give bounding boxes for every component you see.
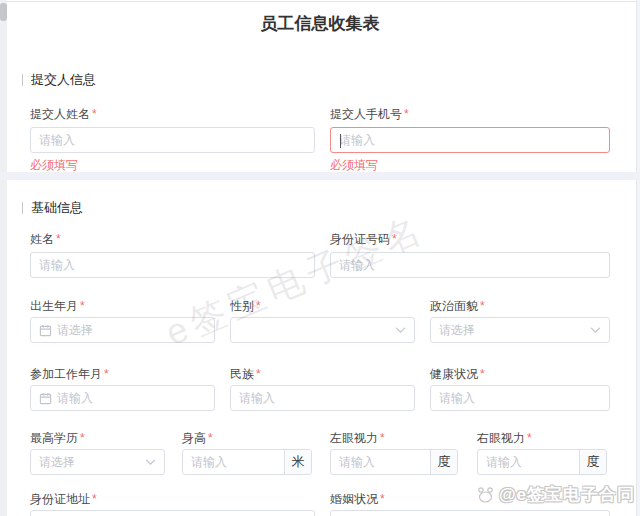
chevron-down-icon xyxy=(145,459,156,466)
work-start-input[interactable] xyxy=(52,386,214,410)
health-status-field[interactable] xyxy=(430,385,610,411)
political-status-select[interactable]: 请选择 xyxy=(430,317,610,343)
field-label-height: 身高* xyxy=(182,430,213,447)
left-vision-field[interactable]: 度 xyxy=(330,449,458,475)
submitter-name-field[interactable] xyxy=(30,127,315,153)
field-label-submitter-phone: 提交人手机号* xyxy=(330,106,409,123)
required-mark: * xyxy=(380,431,385,445)
submitter-phone-input[interactable] xyxy=(331,128,609,152)
right-page-edge xyxy=(636,0,640,516)
field-label-birth-month: 出生年月* xyxy=(30,298,85,315)
required-mark: * xyxy=(480,299,485,313)
birth-month-datepicker[interactable] xyxy=(30,317,215,343)
field-label-id-number: 身份证号码* xyxy=(330,231,397,248)
field-label-education: 最高学历* xyxy=(30,430,85,447)
section-title-basic: 基础信息 xyxy=(22,199,83,217)
chevron-down-icon xyxy=(590,327,601,334)
birth-month-input[interactable] xyxy=(52,318,214,342)
id-address-input[interactable] xyxy=(31,511,314,516)
submitter-phone-field[interactable] xyxy=(330,127,610,153)
field-label-ethnic-group: 民族* xyxy=(230,366,261,383)
required-mark: * xyxy=(80,299,85,313)
required-mark: * xyxy=(56,232,61,246)
corner-watermark: @e签宝电子合同 xyxy=(476,483,635,506)
required-mark: * xyxy=(92,107,97,121)
ethnic-group-field[interactable] xyxy=(230,385,415,411)
id-number-input[interactable] xyxy=(331,253,609,277)
field-label-submitter-name: 提交人姓名* xyxy=(30,106,97,123)
unit-degree: 度 xyxy=(579,450,606,474)
text-caret xyxy=(340,134,341,148)
required-mark: * xyxy=(208,431,213,445)
marital-status-input[interactable] xyxy=(331,511,609,516)
submitter-phone-error: 必须填写 xyxy=(330,157,378,174)
field-label-health-status: 健康状况* xyxy=(430,366,485,383)
marital-status-field[interactable] xyxy=(330,510,610,516)
unit-degree: 度 xyxy=(430,450,457,474)
required-mark: * xyxy=(404,107,409,121)
calendar-icon xyxy=(39,392,52,405)
section-title-submitter: 提交人信息 xyxy=(22,71,96,89)
required-mark: * xyxy=(392,232,397,246)
submitter-name-input[interactable] xyxy=(31,128,314,152)
section-title-text: 提交人信息 xyxy=(31,71,96,89)
required-mark: * xyxy=(256,367,261,381)
required-mark: * xyxy=(480,367,485,381)
field-label-left-vision: 左眼视力* xyxy=(330,430,385,447)
field-label-gender: 性别* xyxy=(230,298,261,315)
right-vision-field[interactable]: 度 xyxy=(477,449,607,475)
select-placeholder: 请选择 xyxy=(431,322,590,339)
field-label-work-start: 参加工作年月* xyxy=(30,366,109,383)
required-mark: * xyxy=(104,367,109,381)
calendar-icon xyxy=(39,324,52,337)
required-mark: * xyxy=(256,299,261,313)
required-mark: * xyxy=(380,492,385,506)
work-start-datepicker[interactable] xyxy=(30,385,215,411)
name-input[interactable] xyxy=(31,253,314,277)
field-label-marital-status: 婚姻状况* xyxy=(330,491,385,508)
unit-meter: 米 xyxy=(284,450,311,474)
gender-select[interactable] xyxy=(230,317,415,343)
required-mark: * xyxy=(92,492,97,506)
health-status-input[interactable] xyxy=(431,386,609,410)
section-bar xyxy=(22,74,23,86)
required-mark: * xyxy=(80,431,85,445)
chevron-down-icon xyxy=(395,327,406,334)
section-bar xyxy=(22,202,23,214)
section-title-text: 基础信息 xyxy=(31,199,83,217)
field-label-name: 姓名* xyxy=(30,231,61,248)
submitter-name-error: 必须填写 xyxy=(30,157,78,174)
height-input[interactable] xyxy=(183,450,284,474)
paw-logo-icon xyxy=(476,486,496,504)
name-field[interactable] xyxy=(30,252,315,278)
select-placeholder: 请选择 xyxy=(31,454,145,471)
id-address-field[interactable] xyxy=(30,510,315,516)
field-label-right-vision: 右眼视力* xyxy=(477,430,532,447)
field-label-id-address: 身份证地址* xyxy=(30,491,97,508)
corner-watermark-text: @e签宝电子合同 xyxy=(499,483,635,506)
ethnic-group-input[interactable] xyxy=(231,386,414,410)
id-number-field[interactable] xyxy=(330,252,610,278)
left-vision-input[interactable] xyxy=(331,450,430,474)
height-field[interactable]: 米 xyxy=(182,449,312,475)
required-mark: * xyxy=(527,431,532,445)
field-label-political-status: 政治面貌* xyxy=(430,298,485,315)
page-title: 员工信息收集表 xyxy=(0,12,640,35)
top-border-line xyxy=(0,1,640,2)
left-scrollbar-track xyxy=(0,0,7,516)
section-divider xyxy=(0,172,640,180)
education-select[interactable]: 请选择 xyxy=(30,449,165,475)
right-vision-input[interactable] xyxy=(478,450,579,474)
